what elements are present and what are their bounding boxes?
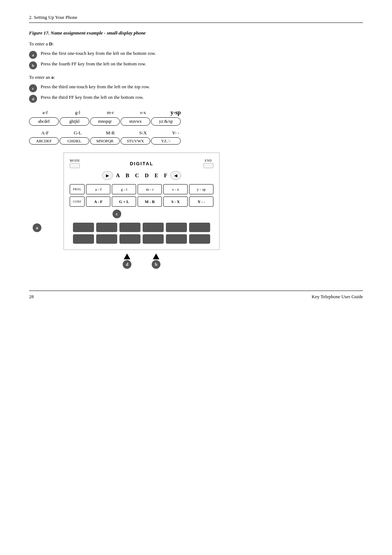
ff-key-gl[interactable]: g - l [112, 184, 136, 194]
letter-D: D [145, 173, 149, 179]
step-c-text: Press the third one-touch key from the l… [41, 84, 150, 90]
label-AF: A-F [29, 130, 61, 136]
end-label: END [205, 159, 212, 162]
ff-key-GL[interactable]: G + L [112, 197, 136, 207]
ff-row-2: CONF A - F G + L M - R S - X Y - - [70, 197, 213, 207]
key-GHIJKL: GHIJKL [60, 137, 89, 145]
onetouch-2-6[interactable] [189, 234, 210, 244]
ff-key-Y[interactable]: Y - - [189, 197, 213, 207]
conf-button[interactable]: CONF [70, 197, 85, 207]
doc-title: Key Telephone User Guide [312, 294, 363, 300]
step-a-text: Press the first one-touch key from the l… [41, 50, 156, 56]
letter-row: A B C D E F [116, 173, 167, 179]
key-abcdef: abcdef [29, 117, 59, 126]
enter-o-label: To enter an o: [29, 74, 363, 80]
key-ghijkl: ghijkl [60, 117, 89, 126]
phone-diagram: MODE DIGITAL END ▶ A B C D E F ◀ [64, 153, 220, 250]
onetouch-1-3[interactable] [119, 223, 140, 232]
right-arrow-button[interactable]: ◀ [170, 171, 181, 180]
label-Y: Y- - [160, 130, 192, 136]
onetouch-1-1[interactable] [73, 223, 94, 232]
mode-button[interactable] [70, 163, 80, 168]
mode-label: MODE [70, 159, 80, 162]
step-c-line: c Press the third one-touch key from the… [29, 84, 363, 92]
onetouch-row-1 [70, 223, 213, 232]
key-labels-row: a-f g-l m-r s-x y-sp [29, 109, 363, 116]
annotation-b-area: b [152, 254, 160, 269]
arrow-up-b [153, 254, 159, 259]
annotation-d-area: d [123, 254, 131, 269]
key-STUVWX: STUVWX [121, 137, 150, 145]
badge-b: b [29, 61, 37, 69]
key-YZ: YZ..'- [151, 137, 181, 145]
letter-B: B [126, 173, 129, 179]
ff-key-SX[interactable]: S - X [163, 197, 188, 207]
annotation-c-area: c [70, 210, 213, 218]
label-af: a-f [29, 110, 61, 116]
diagram-container: a MODE DIGITAL END ▶ A B C D E F [51, 153, 232, 269]
step-b-line: b Press the fourth FF key from the left … [29, 61, 363, 69]
onetouch-2-3[interactable] [119, 234, 140, 244]
enter-d-label: To enter a D: [29, 41, 363, 47]
onetouch-2-4[interactable] [143, 234, 164, 244]
chapter-title: 2. Setting Up Your Phone [29, 15, 77, 20]
annotation-c-badge: c [113, 210, 121, 218]
onetouch-1-4[interactable] [143, 223, 164, 232]
step-d-text: Press the third FF key from the left on … [41, 94, 144, 100]
label-MR: M-R [94, 130, 126, 136]
onetouch-1-5[interactable] [166, 223, 187, 232]
lowercase-key-row: abcdef ghijkl mnopqr stuvwx yz:&/sp [29, 117, 363, 126]
label-sx: s-x [127, 110, 159, 116]
badge-a: a [29, 51, 37, 59]
enter-d-block: To enter a D: a Press the first one-touc… [29, 41, 363, 69]
prog-button[interactable]: PROG [70, 184, 85, 194]
ff-key-mr[interactable]: m - r [138, 184, 162, 194]
ff-key-MR[interactable]: M - R [138, 197, 162, 207]
label-mr: m-r [94, 110, 126, 116]
onetouch-rows [70, 223, 213, 244]
phone-top-bar: MODE DIGITAL END [70, 159, 213, 168]
onetouch-row-2 [70, 234, 213, 244]
figure-title: Figure 17. Name assignment example - sma… [29, 30, 363, 36]
bottom-annotations: d b [51, 254, 232, 269]
onetouch-2-5[interactable] [166, 234, 187, 244]
onetouch-2-2[interactable] [96, 234, 117, 244]
key-rows-container: a-f g-l m-r s-x y-sp abcdef ghijkl mnopq… [29, 109, 363, 146]
onetouch-1-2[interactable] [96, 223, 117, 232]
key-ABCDEF: ABCDEF [29, 137, 59, 145]
digital-label: DIGITAL [130, 161, 154, 166]
key-yzsp: yz:&/sp [151, 117, 181, 126]
left-arrow-button[interactable]: ▶ [102, 171, 113, 180]
letter-A: A [116, 173, 120, 179]
step-a-line: a Press the first one-touch key from the… [29, 50, 363, 59]
label-ysp: y-sp [160, 109, 192, 116]
abcdef-row: ▶ A B C D E F ◀ [70, 171, 213, 180]
label-SX: S-X [127, 130, 159, 136]
label-gl: g-l [62, 110, 94, 116]
badge-c: c [29, 84, 37, 92]
key-mnopqr: mnopqr [90, 117, 120, 126]
step-d-line: d Press the third FF key from the left o… [29, 94, 363, 103]
page-number: 28 [29, 294, 34, 300]
ff-key-sx[interactable]: s - x [163, 184, 188, 194]
annotation-a-badge: a [33, 223, 41, 232]
onetouch-2-1[interactable] [73, 234, 94, 244]
key-stuvwx: stuvwx [121, 117, 150, 126]
key-MNOPQR: MNOPQR [90, 137, 120, 145]
letter-F: F [164, 173, 167, 179]
page-footer: 28 Key Telephone User Guide [29, 291, 363, 300]
ff-key-af[interactable]: a - f [86, 184, 110, 194]
arrow-up-d [124, 254, 130, 259]
label-GL: G-L [62, 130, 94, 136]
ff-key-ysp[interactable]: y - sp [189, 184, 213, 194]
uppercase-key-row: ABCDEF GHIJKL MNOPQR STUVWX YZ..'- [29, 137, 363, 145]
letter-E: E [155, 173, 158, 179]
ff-key-AF[interactable]: A - F [86, 197, 110, 207]
end-button[interactable] [203, 163, 213, 168]
chapter-header: 2. Setting Up Your Phone [29, 15, 363, 23]
onetouch-1-6[interactable] [189, 223, 210, 232]
annotation-d-badge: d [123, 260, 131, 269]
upper-labels-row: A-F G-L M-R S-X Y- - [29, 130, 363, 136]
badge-d: d [29, 95, 37, 103]
ff-row-1: PROG a - f g - l m - r s - x y - sp [70, 184, 213, 194]
